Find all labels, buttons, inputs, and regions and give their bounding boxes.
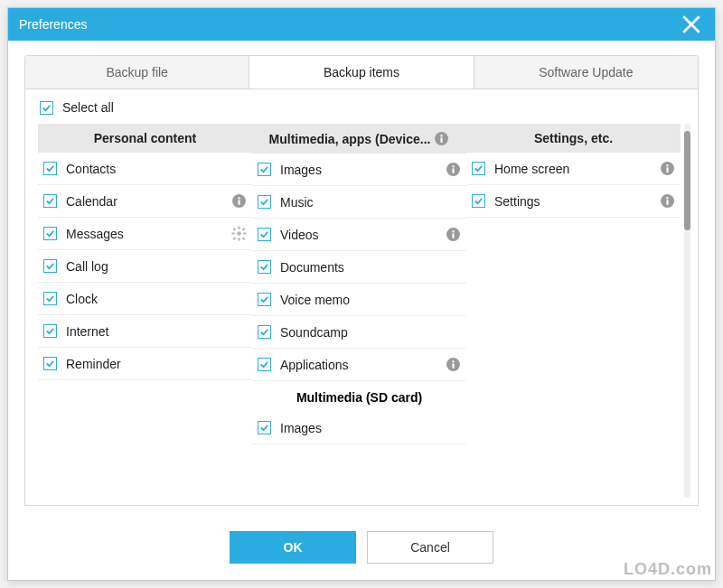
watermark: LO4D.com [624,560,712,579]
item-label: Applications [280,358,446,372]
item-checkbox[interactable] [472,162,485,175]
ok-button[interactable]: OK [230,531,356,564]
item-label: Images [280,421,461,435]
info-icon[interactable] [231,193,247,209]
panel: Select all Personal content ContactsCale… [24,89,699,506]
check-icon [259,197,269,207]
tab-backup-items[interactable]: Backup items [249,56,474,89]
item-checkbox[interactable] [258,358,271,371]
item-label: Videos [280,228,446,242]
check-icon [45,294,55,303]
list-item: Soundcamp [252,316,466,349]
list-item: Voice memo [252,284,466,316]
list-item: Reminder [38,348,252,380]
item-checkbox[interactable] [472,194,485,208]
item-checkbox[interactable] [43,259,57,273]
list-item: Documents [252,251,466,284]
tabs: Backup file Backup items Software Update [24,55,699,89]
close-icon [679,12,704,37]
footer: OK Cancel [8,517,715,580]
check-icon [259,359,269,369]
cancel-button[interactable]: Cancel [367,531,493,564]
item-checkbox[interactable] [43,292,57,305]
tab-software-update[interactable]: Software Update [474,56,698,89]
list-item: Applications [252,349,466,381]
tab-backup-file[interactable]: Backup file [25,56,249,89]
list-item: Images [252,154,466,186]
item-checkbox[interactable] [43,357,57,370]
check-icon [45,359,55,369]
column-header-personal: Personal content [38,124,252,153]
item-checkbox[interactable] [258,421,271,434]
item-checkbox[interactable] [258,228,271,241]
list-item: Clock [38,283,252,315]
check-icon [42,103,52,113]
list-item: Images [252,412,466,444]
check-icon [474,163,484,173]
item-label: Settings [494,194,660,209]
svg-rect-22 [452,360,454,362]
item-label: Clock [66,292,247,306]
svg-rect-14 [441,137,443,142]
item-checkbox[interactable] [258,195,271,209]
item-label: Calendar [66,194,231,209]
column-header-settings-label: Settings, etc. [534,131,613,145]
svg-rect-17 [452,168,454,173]
info-icon[interactable] [660,161,675,176]
check-icon [474,196,484,206]
info-icon[interactable] [434,131,449,146]
svg-rect-10 [242,228,246,231]
select-all-checkbox[interactable] [40,101,53,115]
info-icon[interactable] [446,162,461,177]
item-label: Documents [280,260,461,275]
item-label: Voice memo [280,293,461,307]
preferences-window: Preferences Backup file Backup items Sof… [7,7,716,581]
item-checkbox[interactable] [258,163,271,176]
info-icon[interactable] [446,227,461,242]
item-checkbox[interactable] [43,227,57,240]
scrollbar-thumb[interactable] [684,131,690,230]
list-item: Contacts [38,153,252,185]
svg-rect-20 [452,233,454,238]
svg-rect-28 [666,197,668,199]
list-item: Internet [38,315,252,348]
svg-rect-5 [238,238,239,240]
svg-rect-19 [452,230,454,232]
item-checkbox[interactable] [43,162,57,175]
check-icon [45,163,55,173]
column-settings: Settings, etc. Home screenSettings [466,124,681,498]
columns: Personal content ContactsCalendarMessage… [38,124,681,498]
select-all-label: Select all [62,100,114,115]
check-icon [45,326,55,336]
subheader-sdcard: Multimedia (SD card) [252,381,466,412]
check-icon [45,229,55,238]
item-checkbox[interactable] [43,324,57,338]
column-header-personal-label: Personal content [94,131,197,145]
info-icon[interactable] [660,193,675,209]
column-header-settings: Settings, etc. [466,124,681,153]
close-button[interactable] [679,12,704,37]
svg-rect-23 [452,363,454,368]
check-icon [259,327,269,337]
item-checkbox[interactable] [258,325,271,339]
item-label: Contacts [66,162,247,176]
list-item: Settings [466,185,681,218]
list-item: Music [252,186,466,219]
window-title: Preferences [19,17,87,32]
list-item: Call log [38,250,252,283]
check-icon [259,164,269,174]
check-icon [45,196,55,206]
scrollbar[interactable] [684,124,690,498]
svg-rect-9 [242,237,246,240]
svg-rect-1 [238,197,239,199]
list-item: Calendar [38,185,252,218]
item-label: Music [280,195,461,210]
info-icon[interactable] [446,357,461,372]
gear-icon[interactable] [231,226,247,241]
item-checkbox[interactable] [258,260,271,274]
item-checkbox[interactable] [43,194,57,208]
item-checkbox[interactable] [258,293,271,306]
check-icon [259,262,269,272]
item-label: Call log [66,259,247,274]
svg-rect-4 [238,227,239,229]
